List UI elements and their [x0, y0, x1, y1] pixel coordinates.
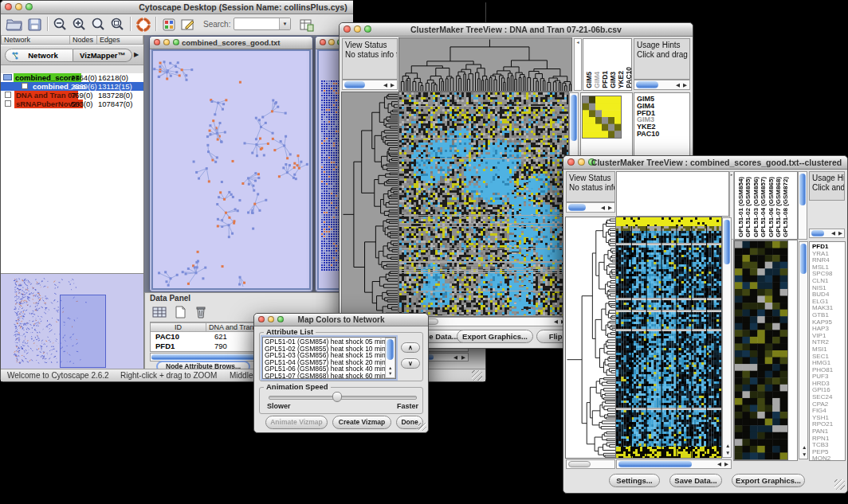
create-attribute-button[interactable] [172, 303, 190, 320]
scroll-right-arrow-icon[interactable]: ▶ [608, 205, 612, 211]
minimize-button[interactable] [268, 316, 274, 322]
row-dendrogram[interactable] [566, 217, 615, 458]
tab-network[interactable]: Network [5, 49, 73, 62]
minimize-button[interactable] [328, 39, 335, 45]
network-tree-row[interactable]: DNA and Tran 07 769(0) 183728(0) [1, 91, 143, 100]
dendrogram-hscrollbar[interactable] [566, 459, 615, 469]
attribute-table-header-id[interactable]: ID [151, 322, 206, 332]
move-attribute-down-button[interactable]: ∨ [401, 358, 420, 369]
scroll-left-arrow-icon[interactable]: ◀ [717, 462, 721, 467]
network-graph-view[interactable] [153, 51, 309, 287]
zoom-button[interactable] [26, 3, 33, 10]
animation-speed-slider-thumb[interactable] [332, 392, 342, 402]
heatmap-vscrollbar[interactable]: ▲ ▼ [722, 217, 732, 458]
treeview2-titlebar[interactable]: ClusterMaker TreeView : combined_scores_… [563, 156, 847, 170]
scrollbar-thumb[interactable] [618, 461, 692, 467]
column-label[interactable]: PAC10 [626, 67, 633, 88]
close-button[interactable] [344, 25, 351, 33]
scroll-right-arrow-icon[interactable]: ▶ [391, 83, 395, 88]
minimize-button[interactable] [578, 158, 585, 166]
resize-grip[interactable] [472, 370, 482, 381]
row-dendrogram[interactable] [342, 92, 398, 316]
gene-label[interactable]: MON2 [812, 455, 845, 461]
zoom-heatmap[interactable] [583, 96, 621, 138]
gene-label[interactable]: PAC10 [637, 131, 689, 138]
close-button[interactable] [567, 158, 575, 166]
scroll-left-arrow-icon[interactable]: ◀ [554, 319, 558, 325]
zoom-heatmap[interactable] [735, 241, 787, 459]
scroll-down-arrow-icon[interactable]: ▼ [388, 372, 392, 377]
attribute-listbox[interactable]: GPL51-01 (GSM854) heat shock 05 minGPL51… [262, 337, 396, 379]
column-dendrogram-area[interactable] [616, 171, 729, 217]
column-label[interactable]: GIM5 [586, 72, 593, 88]
global-heatmap[interactable] [399, 92, 568, 316]
treeview1-button[interactable]: Export Graphics... [457, 330, 533, 343]
scrollbar-thumb[interactable] [568, 461, 591, 467]
delete-attribute-button[interactable] [193, 303, 210, 320]
search-dropdown-arrow-icon[interactable]: ▼ [279, 18, 290, 29]
treeview2-button[interactable]: Save Data... [669, 474, 722, 487]
treeview1-titlebar[interactable]: ClusterMaker TreeView : DNA and Tran 07-… [340, 23, 693, 37]
create-vizmap-button[interactable]: Create Vizmap [332, 416, 391, 429]
close-button[interactable] [258, 316, 265, 322]
scrollbar-thumb[interactable] [800, 244, 807, 274]
column-label[interactable]: GPL51-02 (GSM855) [745, 177, 752, 237]
zoom-button[interactable] [364, 25, 371, 33]
column-header-nodes[interactable]: Nodes [70, 35, 97, 45]
column-label[interactable]: YKE2 [618, 71, 625, 88]
column-label[interactable]: GPL51-04 (GSM857) [760, 177, 767, 237]
zoom-out-button[interactable] [52, 16, 69, 33]
scroll-left-arrow-icon[interactable]: ◀ [601, 205, 605, 211]
view-status-hscrollbar[interactable]: ◀ ▶ [566, 202, 615, 213]
usage-hints-hscrollbar[interactable]: ◀ ▶ [634, 80, 690, 90]
column-label[interactable]: GPL51-07 (GSM868) [775, 177, 782, 237]
tab-vizmapper[interactable]: VizMapper™ [73, 49, 132, 62]
view-status-hscrollbar[interactable]: ◀ ▶ [342, 80, 398, 90]
resize-grip[interactable] [834, 479, 845, 490]
zoom-fit-button[interactable] [90, 16, 108, 33]
minimize-button[interactable] [15, 3, 22, 10]
treeview2-button[interactable]: Settings... [609, 474, 660, 487]
tab-overflow-arrow[interactable]: ▶ [134, 51, 139, 58]
scroll-right-arrow-icon[interactable]: ▶ [461, 355, 465, 361]
vizmapper-grid-button[interactable] [160, 16, 178, 33]
dendrogram-splitter[interactable]: ◂ [574, 38, 582, 91]
scroll-left-arrow-icon[interactable]: ◀ [831, 231, 835, 236]
select-attributes-button[interactable] [151, 303, 169, 320]
scroll-up-arrow-icon[interactable]: ▲ [802, 445, 807, 451]
column-label[interactable]: GPL51-06 (GSM865) [768, 177, 775, 237]
open-session-button[interactable] [6, 16, 23, 33]
column-label[interactable]: GPL51-01 (GSM854) [738, 177, 744, 237]
zoom-selected-button[interactable] [109, 16, 127, 33]
minimize-button[interactable] [354, 25, 361, 33]
column-labels-vscrollbar[interactable] [798, 171, 807, 240]
usage-hints-hscrollbar[interactable]: ◀ ▶ [809, 229, 845, 238]
column-header-network[interactable]: Network [1, 35, 70, 45]
attribute-list-vscrollbar[interactable]: ▲ ▼ [385, 338, 395, 378]
animate-vizmap-button[interactable]: Animate Vizmap [265, 416, 328, 429]
scroll-down-arrow-icon[interactable]: ▼ [725, 451, 730, 456]
scrollbar-thumb[interactable] [724, 220, 730, 264]
save-session-button[interactable] [26, 16, 44, 33]
search-input[interactable] [235, 19, 283, 29]
zoom-button[interactable] [277, 316, 284, 322]
scroll-right-arrow-icon[interactable]: ▶ [724, 462, 728, 467]
scroll-up-arrow-icon[interactable]: ▲ [725, 443, 730, 449]
scroll-left-arrow-icon[interactable]: ◀ [453, 355, 457, 361]
scrollbar-thumb[interactable] [568, 204, 586, 211]
scrollbar-thumb[interactable] [636, 81, 658, 88]
global-heatmap[interactable] [616, 217, 721, 458]
scrollbar-thumb[interactable] [571, 95, 577, 141]
overview-viewport-rect[interactable] [60, 295, 106, 368]
close-button[interactable] [5, 3, 12, 10]
scrollbar-thumb[interactable] [799, 174, 806, 205]
zoom-in-button[interactable] [71, 16, 88, 33]
move-attribute-up-button[interactable]: ∧ [401, 342, 420, 353]
column-label[interactable]: GIM4 [594, 72, 601, 88]
search-combobox[interactable]: ▼ [234, 18, 291, 30]
resize-grip[interactable] [418, 423, 426, 431]
scroll-up-arrow-icon[interactable]: ▲ [388, 366, 392, 371]
scrollbar-thumb[interactable] [344, 81, 365, 88]
heatmap-hscrollbar[interactable]: ◀ ▶ [616, 459, 732, 469]
scroll-right-arrow-icon[interactable]: ▶ [683, 83, 687, 88]
